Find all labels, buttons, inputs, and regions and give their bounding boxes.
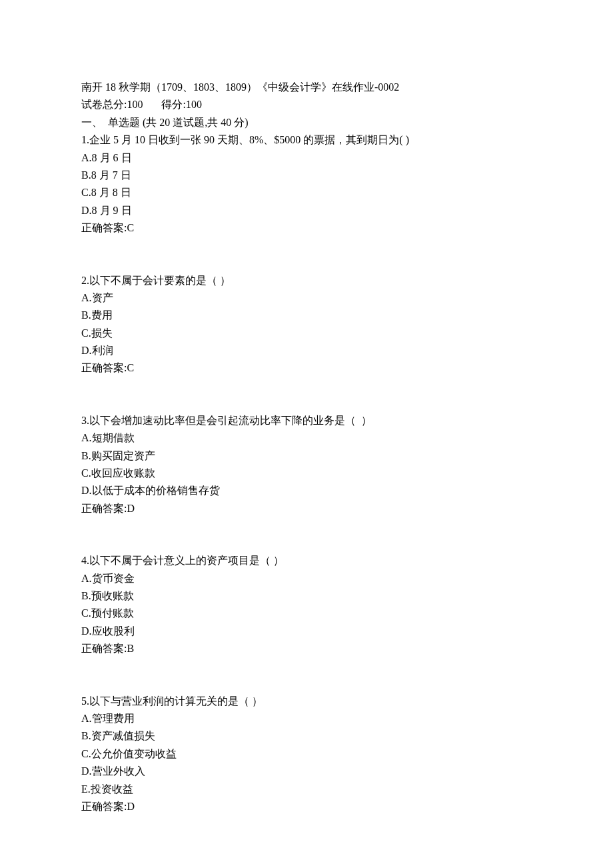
question-option: D.以低于成本的价格销售存货: [81, 482, 532, 499]
question-3: 3.以下会增加速动比率但是会引起流动比率下降的业务是（ ） A.短期借款 B.购…: [81, 412, 532, 517]
question-stem: 4.以下不属于会计意义上的资产项目是（ ）: [81, 552, 532, 569]
section-heading: 一、 单选题 (共 20 道试题,共 40 分): [81, 114, 532, 131]
exam-title: 南开 18 秋学期（1709、1803、1809）《中级会计学》在线作业-000…: [81, 79, 532, 96]
question-stem: 5.以下与营业利润的计算无关的是（ ）: [81, 693, 532, 710]
question-option: B.购买固定资产: [81, 447, 532, 465]
question-option: A.短期借款: [81, 429, 532, 447]
question-stem: 2.以下不属于会计要素的是（ ）: [81, 272, 532, 289]
question-4: 4.以下不属于会计意义上的资产项目是（ ） A.货币资金 B.预收账款 C.预付…: [81, 552, 532, 657]
question-1: 1.企业 5 月 10 日收到一张 90 天期、8%、$5000 的票据，其到期…: [81, 131, 532, 237]
question-2: 2.以下不属于会计要素的是（ ） A.资产 B.费用 C.损失 D.利润 正确答…: [81, 272, 532, 377]
question-option: D.应收股利: [81, 623, 532, 640]
question-option: A.8 月 6 日: [81, 149, 532, 167]
exam-header: 南开 18 秋学期（1709、1803、1809）《中级会计学》在线作业-000…: [81, 79, 532, 131]
question-answer: 正确答案:C: [81, 359, 532, 377]
question-option: C.8 月 8 日: [81, 184, 532, 201]
question-option: A.管理费用: [81, 710, 532, 727]
question-option: C.预付账款: [81, 605, 532, 622]
question-option: D.营业外收入: [81, 763, 532, 780]
question-answer: 正确答案:C: [81, 219, 532, 237]
question-option: C.收回应收账款: [81, 465, 532, 482]
question-answer: 正确答案:D: [81, 798, 532, 815]
exam-score-line: 试卷总分:100 得分:100: [81, 96, 532, 113]
question-option: D.8 月 9 日: [81, 202, 532, 219]
question-option: A.货币资金: [81, 570, 532, 587]
question-answer: 正确答案:D: [81, 500, 532, 517]
question-stem: 1.企业 5 月 10 日收到一张 90 天期、8%、$5000 的票据，其到期…: [81, 131, 532, 149]
question-option: E.投资收益: [81, 781, 532, 798]
question-option: B.资产减值损失: [81, 727, 532, 745]
question-5: 5.以下与营业利润的计算无关的是（ ） A.管理费用 B.资产减值损失 C.公允…: [81, 693, 532, 816]
question-answer: 正确答案:B: [81, 640, 532, 657]
question-option: B.费用: [81, 307, 532, 324]
question-option: C.公允价值变动收益: [81, 745, 532, 763]
question-stem: 3.以下会增加速动比率但是会引起流动比率下降的业务是（ ）: [81, 412, 532, 429]
question-option: B.8 月 7 日: [81, 167, 532, 184]
question-option: C.损失: [81, 325, 532, 342]
question-option: A.资产: [81, 289, 532, 307]
question-option: D.利润: [81, 342, 532, 359]
question-option: B.预收账款: [81, 587, 532, 605]
